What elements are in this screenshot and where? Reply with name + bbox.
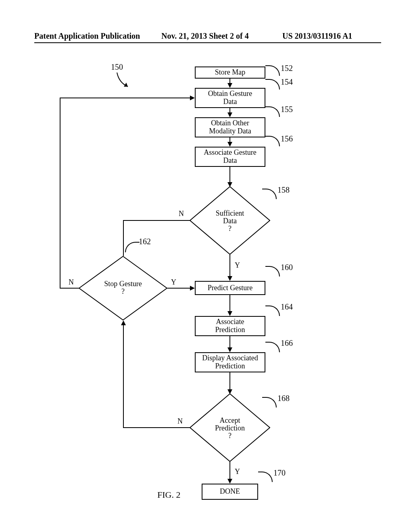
box-associate-prediction: Associate Prediction	[195, 316, 265, 336]
page: Patent Application Publication Nov. 21, …	[0, 0, 413, 532]
box-store-map-label: Store Map	[215, 69, 246, 77]
diamond-accept: Accept Prediction ?	[190, 393, 270, 462]
edge-156-158	[229, 167, 230, 183]
arrow-152-154	[227, 83, 232, 88]
label-158-N: N	[179, 210, 184, 218]
box-obtain-gesture: Obtain Gesture Data	[195, 88, 265, 108]
ref-168: 168	[277, 394, 290, 403]
edge-168-170	[229, 462, 230, 480]
diamond-sufficient: Sufficient Data ?	[190, 186, 270, 255]
arrow-158-160	[227, 276, 232, 281]
ref-158: 158	[277, 185, 290, 195]
leader-152	[265, 65, 280, 76]
ref-154: 154	[281, 77, 293, 87]
edge-164-166	[229, 336, 230, 348]
leader-158	[262, 189, 277, 199]
edge-162-loop-h1	[60, 288, 79, 289]
ref-160: 160	[281, 263, 293, 272]
ref-152: 152	[281, 64, 293, 73]
pointer-150-arrow	[115, 71, 135, 91]
label-168-N: N	[177, 417, 183, 426]
diamond-stop-gesture-label: Stop Gesture ?	[104, 280, 142, 295]
label-158-Y: Y	[235, 261, 240, 270]
ref-170: 170	[273, 468, 286, 478]
diamond-accept-label: Accept Prediction ?	[215, 416, 245, 440]
box-obtain-gesture-label: Obtain Gesture Data	[208, 90, 252, 106]
arrow-162-160	[190, 286, 195, 291]
edge-160-164	[229, 295, 230, 312]
arrow-164-166	[227, 347, 232, 352]
ref-166: 166	[281, 339, 293, 348]
header-right: US 2013/0311916 A1	[282, 31, 352, 41]
box-associate-gesture: Associate Gesture Data	[195, 147, 265, 167]
leader-154	[265, 79, 280, 89]
edge-166-168	[229, 372, 230, 390]
header-left: Patent Application Publication	[34, 31, 140, 41]
box-done: DONE	[202, 484, 258, 500]
arrow-155-156	[227, 142, 232, 147]
ref-155: 155	[281, 105, 293, 114]
leader-162	[125, 242, 140, 252]
leader-155	[265, 106, 280, 117]
edge-158-162-h	[123, 220, 190, 221]
edge-158-162-v	[123, 220, 124, 257]
ref-156: 156	[281, 134, 293, 143]
box-predict-gesture-label: Predict Gesture	[208, 284, 252, 292]
box-display-prediction: Display Associated Prediction	[195, 352, 265, 372]
ref-162: 162	[139, 237, 151, 246]
label-168-Y: Y	[235, 468, 240, 476]
edge-162-loop-v	[60, 98, 60, 289]
label-162-N: N	[69, 278, 74, 287]
edge-168-162-v	[123, 325, 124, 428]
edge-158-160	[229, 255, 230, 277]
box-obtain-other-label: Obtain Other Modality Data	[209, 119, 251, 135]
box-associate-gesture-label: Associate Gesture Data	[204, 149, 256, 165]
ref-164: 164	[281, 302, 293, 312]
arrow-162-154	[190, 96, 195, 100]
arrow-154-155	[227, 112, 232, 117]
arrow-168-170	[227, 479, 232, 484]
box-obtain-other: Obtain Other Modality Data	[195, 117, 265, 137]
edge-162-160	[167, 288, 191, 289]
edge-168-162-h	[123, 427, 190, 428]
box-display-prediction-label: Display Associated Prediction	[202, 354, 258, 370]
leader-170	[258, 472, 273, 482]
label-162-Y: Y	[171, 278, 176, 287]
edge-162-loop-h2	[60, 98, 191, 98]
leader-164	[265, 305, 280, 316]
arrow-168-162	[121, 320, 126, 325]
diamond-sufficient-label: Sufficient Data ?	[216, 209, 244, 233]
figure-caption: FIG. 2	[157, 490, 180, 500]
header-center: Nov. 21, 2013 Sheet 2 of 4	[161, 31, 249, 41]
leader-160	[265, 266, 280, 276]
box-store-map: Store Map	[195, 66, 265, 79]
box-associate-prediction-label: Associate Prediction	[215, 318, 245, 334]
leader-168	[262, 397, 277, 407]
arrow-160-164	[227, 311, 232, 316]
leader-166	[265, 342, 280, 352]
box-predict-gesture: Predict Gesture	[195, 281, 265, 295]
leader-156	[265, 136, 280, 146]
box-done-label: DONE	[220, 488, 240, 496]
header-rule	[34, 42, 381, 43]
diamond-stop-gesture: Stop Gesture ?	[79, 256, 167, 320]
